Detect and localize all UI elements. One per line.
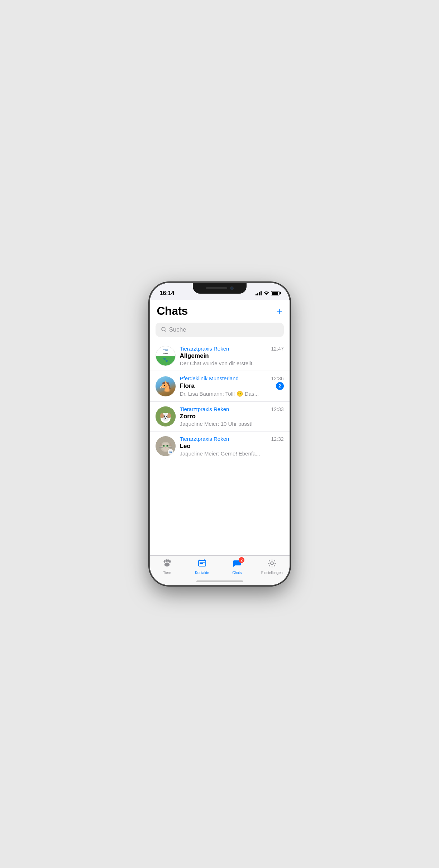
tab-einstellungen-label: Einstellungen	[261, 571, 283, 575]
chat-practice-1: Tierarztpraxis Reken	[180, 346, 229, 352]
chat-info-zorro: Tierarztpraxis Reken 12:33 Zorro Jaqueli…	[180, 406, 284, 427]
chat-preview-4: Jaqueline Meier: Gerne! Ebenfa...	[180, 450, 284, 457]
svg-point-35	[164, 560, 166, 563]
tab-kontakte[interactable]: Kontakte	[185, 559, 220, 575]
svg-text:TAP: TAP	[169, 451, 172, 453]
search-container: Suche	[150, 320, 290, 341]
tab-tiere-label: Tiere	[163, 571, 171, 575]
chat-info-leo: Tierarztpraxis Reken 12:32 Leo Jaqueline…	[180, 436, 284, 457]
home-indicator	[196, 580, 243, 582]
chat-time-1: 12:47	[271, 346, 283, 352]
chat-practice-2: Pferdeklinik Münsterland	[180, 375, 239, 381]
tab-chats[interactable]: 2 Chats	[220, 559, 255, 575]
main-content: Chats + Suche	[150, 300, 290, 555]
search-bar[interactable]: Suche	[156, 323, 284, 337]
signal-bars-icon	[256, 291, 262, 295]
chat-item-zorro[interactable]: Tierarztpraxis Reken 12:33 Zorro Jaqueli…	[150, 402, 290, 431]
svg-line-1	[165, 331, 166, 332]
chat-info-flora: Pferdeklinik Münsterland 12:36 Flora 2 D…	[180, 375, 284, 397]
camera	[230, 286, 234, 290]
settings-icon	[267, 559, 277, 570]
battery-icon	[271, 291, 280, 295]
svg-point-18	[165, 418, 166, 419]
svg-rect-41	[204, 559, 205, 561]
chat-list: TAP Reken 🐾 Tierarztpraxis Reken 12:47 A	[150, 341, 290, 461]
svg-text:🐾: 🐾	[163, 357, 168, 362]
tab-kontakte-label: Kontakte	[195, 571, 209, 575]
svg-point-15	[167, 413, 171, 418]
svg-point-21	[162, 443, 170, 451]
tab-tiere[interactable]: Tiere	[150, 559, 185, 575]
svg-rect-40	[200, 559, 200, 561]
avatar-leo: TAP	[156, 436, 176, 456]
avatar-zorro	[156, 406, 176, 426]
avatar-pferdeklinik: 🐴	[156, 376, 176, 396]
svg-point-27	[167, 445, 168, 447]
chat-name-3: Zorro	[180, 413, 196, 420]
svg-text:Reken: Reken	[163, 352, 168, 354]
svg-rect-42	[200, 562, 205, 563]
chat-practice-4: Tierarztpraxis Reken	[180, 436, 229, 442]
speaker	[206, 287, 227, 289]
paw-icon	[162, 559, 172, 570]
chat-name-2: Flora	[180, 382, 195, 390]
screen: 16:14	[150, 283, 290, 585]
chat-preview-1: Der Chat wurde von dir erstellt.	[180, 360, 284, 366]
phone-frame: 16:14	[150, 283, 290, 585]
chat-item-allgemein[interactable]: TAP Reken 🐾 Tierarztpraxis Reken 12:47 A	[150, 341, 290, 371]
add-chat-button[interactable]: +	[276, 306, 282, 316]
svg-point-26	[163, 445, 164, 447]
kontakte-icon	[197, 559, 207, 570]
svg-point-16	[164, 416, 165, 417]
svg-point-36	[166, 559, 167, 562]
svg-text:TAP: TAP	[163, 349, 168, 352]
avatar-tap-reken-1: TAP Reken 🐾	[156, 346, 176, 366]
chat-preview-2: Dr. Lisa Baumann: Toll! 🙂 Das...	[180, 391, 284, 397]
search-icon	[161, 327, 166, 333]
chat-time-4: 12:32	[271, 436, 283, 442]
header: Chats +	[150, 300, 290, 320]
svg-point-37	[167, 559, 169, 562]
chat-info-allgemein: Tierarztpraxis Reken 12:47 Allgemein Der…	[180, 346, 284, 366]
chat-item-leo[interactable]: TAP Tierarztpraxis Reken 12:32 Leo Jaque…	[150, 431, 290, 461]
chat-name-4: Leo	[180, 443, 191, 450]
search-placeholder: Suche	[169, 326, 186, 333]
svg-point-14	[160, 413, 164, 418]
chat-item-flora[interactable]: 🐴 Pferdeklinik Münsterland 12:36 Flora 2…	[150, 371, 290, 402]
tab-einstellungen[interactable]: Einstellungen	[254, 559, 290, 575]
chat-practice-3: Tierarztpraxis Reken	[180, 406, 229, 412]
chat-preview-3: Jaqueline Meier: 10 Uhr passt!	[180, 421, 284, 427]
svg-point-17	[166, 416, 167, 417]
chat-time-3: 12:33	[271, 406, 283, 412]
wifi-icon	[263, 291, 269, 296]
chats-badge: 2	[239, 557, 244, 563]
page-title: Chats	[157, 304, 188, 318]
svg-point-38	[169, 560, 171, 563]
status-time: 16:14	[160, 290, 175, 296]
notch	[193, 283, 247, 294]
unread-badge-flora: 2	[276, 382, 284, 390]
chat-name-1: Allgemein	[180, 352, 209, 360]
tab-chats-label: Chats	[232, 571, 242, 575]
chat-time-2: 12:36	[271, 376, 283, 381]
status-icons	[256, 291, 280, 296]
chats-icon: 2	[232, 559, 242, 570]
svg-rect-43	[200, 563, 203, 564]
svg-point-44	[271, 562, 273, 565]
